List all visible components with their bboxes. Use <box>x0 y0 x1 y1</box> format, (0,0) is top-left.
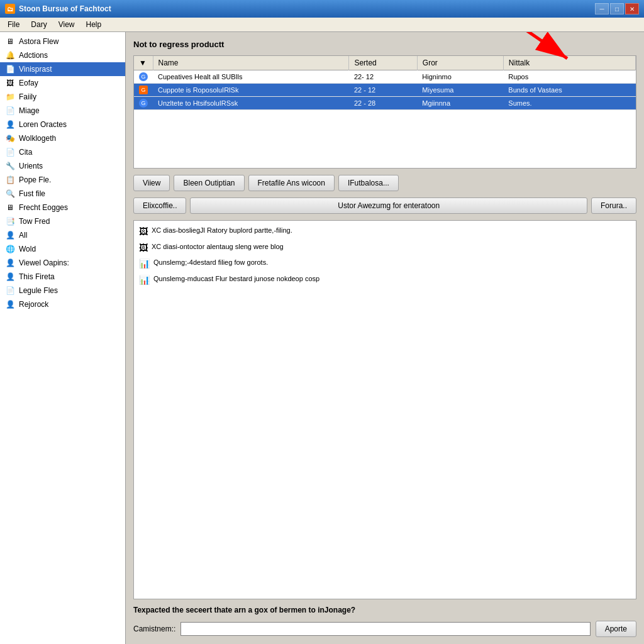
desc-item-1: 🖼 XC dias-bosliegJl Ratory buplord partt… <box>139 226 631 238</box>
chart-icon: 📊 <box>139 274 150 287</box>
input-label: Camistnem:: <box>133 625 175 633</box>
sidebar-label: Wolklogeth <box>19 134 56 143</box>
aporte-button[interactable]: Aporte <box>596 621 636 637</box>
sidebar-label: Eofay <box>19 79 38 87</box>
col-gror: Gror <box>417 56 503 70</box>
app-icon: 🗂 <box>5 4 15 14</box>
bleen-button[interactable]: Bleen Outiptian <box>174 175 244 191</box>
sidebar-item-cita[interactable]: 📄 Cita <box>0 145 125 159</box>
computer-icon: 🖥 <box>5 203 15 213</box>
folder-icon: 📁 <box>5 92 15 102</box>
desc-text: Qunslemg-mducast Flur bestard junose nok… <box>153 274 319 284</box>
sidebar-label: Loren Oractes <box>19 120 67 129</box>
button-row-2: Elixcoffie.. Ustor Awezumg for enteratoo… <box>133 197 636 214</box>
sidebar-item-viewel-oapins[interactable]: 👤 Viewel Oapins: <box>0 256 125 270</box>
row-nittalk: Rupos <box>503 70 635 84</box>
row-gror: Miyesuma <box>417 84 503 97</box>
menu-help[interactable]: Help <box>80 19 106 30</box>
user-icon: 👤 <box>5 230 15 240</box>
ifutbalosa-button[interactable]: IFutbalosa... <box>338 175 399 191</box>
row-icon-cell: G <box>134 97 153 110</box>
button-row-1: Viiew Bleen Outiptian Fretafile Ans wico… <box>133 175 636 191</box>
sidebar-label: Wold <box>19 245 36 253</box>
menu-file[interactable]: File <box>3 19 25 30</box>
sidebar-label: Rejorock <box>19 300 48 309</box>
sidebar-item-all[interactable]: 👤 All <box>0 228 125 242</box>
col-serted: Serted <box>349 56 417 70</box>
sidebar-item-urients[interactable]: 🔧 Urients <box>0 159 125 173</box>
document-icon: 📄 <box>5 64 15 74</box>
section-title: Not to regress productt <box>133 40 636 49</box>
row-serted: 22 - 28 <box>349 97 417 110</box>
sidebar-item-rejorock[interactable]: 👤 Rejorock <box>0 297 125 311</box>
sidebar-item-tow-fred[interactable]: 📑 Tow Fred <box>0 214 125 228</box>
user-icon: 👤 <box>5 299 15 309</box>
mask-icon: 🎭 <box>5 133 15 143</box>
desc-text: XC diasi-ontoctor alentaug sleng were bl… <box>152 242 284 252</box>
maximize-button[interactable]: □ <box>610 3 624 14</box>
fretafile-button[interactable]: Fretafile Ans wicoon <box>248 175 335 191</box>
document-icon: 📄 <box>5 286 15 296</box>
sidebar-label: Viewel Oapins: <box>19 258 69 267</box>
window-title: Stoon Bursue of Fachtoct <box>19 4 111 13</box>
bell-icon: 🔔 <box>5 50 15 60</box>
sidebar-item-adctions[interactable]: 🔔 Adctions <box>0 48 125 62</box>
sidebar-label: Astora Flew <box>19 37 58 46</box>
row-icon-cell: G <box>134 84 153 97</box>
sidebar-item-wold[interactable]: 🌐 Wold <box>0 242 125 256</box>
row-gror: Mgiinnna <box>417 97 503 110</box>
sidebar-label: Frecht Eogges <box>19 203 68 212</box>
sidebar-item-miage[interactable]: 📄 Miage <box>0 104 125 118</box>
row-serted: 22 - 12 <box>349 84 417 97</box>
question-text: Texpacted the seceert thate arn a gox of… <box>133 606 636 614</box>
desc-item-4: 📊 Qunslemg-mducast Flur bestard junose n… <box>139 274 631 287</box>
menu-view[interactable]: View <box>53 19 80 30</box>
desc-text: XC dias-bosliegJl Ratory buplord partte,… <box>152 226 292 235</box>
sidebar-label: This Fireta <box>19 272 55 281</box>
sidebar-label: Fust file <box>19 189 45 198</box>
sidebar-item-frecht-eogges[interactable]: 🖥 Frecht Eogges <box>0 201 125 214</box>
sidebar-label: Legule Fles <box>19 286 58 295</box>
row-name: Cupeatives Healt all SUBIls <box>153 70 349 84</box>
sidebar-item-fust-file[interactable]: 🔍 Fust file <box>0 187 125 201</box>
sidebar-item-wolklogeth[interactable]: 🎭 Wolklogeth <box>0 131 125 145</box>
wrench-icon: 🔧 <box>5 161 15 171</box>
elixcoffie-button[interactable]: Elixcoffie.. <box>133 197 186 214</box>
pages-icon: 📑 <box>5 216 15 226</box>
page-icon: 🖼 <box>139 242 148 255</box>
sidebar-item-legule-fles[interactable]: 📄 Legule Fles <box>0 284 125 297</box>
row-gror: Higninmo <box>417 70 503 84</box>
minimize-button[interactable]: ─ <box>595 3 609 14</box>
sidebar: 🖥 Astora Flew 🔔 Adctions 📄 Vinisprast 🖼 … <box>0 32 126 644</box>
table-row[interactable]: G Cuppote is RoposoluIRlSk 22 - 12 Miyes… <box>134 84 636 97</box>
user-icon: 👤 <box>5 272 15 282</box>
search-icon: 🔍 <box>5 189 15 199</box>
sidebar-item-loren-oractes[interactable]: 👤 Loren Oractes <box>0 118 125 131</box>
sidebar-label: Tow Fred <box>19 217 50 226</box>
row-name: Unzltete to HtsifsoluIRSsk <box>153 97 349 110</box>
sidebar-label: Pope Fle. <box>19 175 51 184</box>
table-row[interactable]: G Unzltete to HtsifsoluIRSsk 22 - 28 Mgi… <box>134 97 636 110</box>
view-button[interactable]: Viiew <box>133 175 170 191</box>
sidebar-item-this-fireta[interactable]: 👤 This Fireta <box>0 270 125 284</box>
menu-dary[interactable]: Dary <box>26 19 52 30</box>
sidebar-item-eofay[interactable]: 🖼 Eofay <box>0 76 125 90</box>
clipboard-icon: 📋 <box>5 175 15 185</box>
close-button[interactable]: ✕ <box>625 3 639 14</box>
user-icon: 👤 <box>5 119 15 130</box>
page-icon: 🖼 <box>139 226 148 238</box>
computer-icon: 🖥 <box>5 36 15 47</box>
sidebar-item-pope-fle[interactable]: 📋 Pope Fle. <box>0 173 125 187</box>
title-bar: 🗂 Stoon Bursue of Fachtoct ─ □ ✕ <box>0 0 644 18</box>
sidebar-item-faiily[interactable]: 📁 Faiily <box>0 90 125 104</box>
table-wrapper: ▼ Name Serted Gror Nittalk G Cupeati <box>133 55 636 169</box>
camistnem-input[interactable] <box>180 622 590 636</box>
sidebar-item-astora-flew[interactable]: 🖥 Astora Flew <box>0 35 125 48</box>
table-row[interactable]: G Cupeatives Healt all SUBIls 22- 12 Hig… <box>134 70 636 84</box>
row-nittalk: Bunds of Vastaes <box>503 84 635 97</box>
sidebar-item-vinisprast[interactable]: 📄 Vinisprast <box>0 62 125 76</box>
forura-button[interactable]: Forura.. <box>591 197 636 214</box>
sidebar-label: Adctions <box>19 51 48 60</box>
sidebar-label: Cita <box>19 148 32 157</box>
ustor-button[interactable]: Ustor Awezumg for enteratoon <box>190 197 587 214</box>
